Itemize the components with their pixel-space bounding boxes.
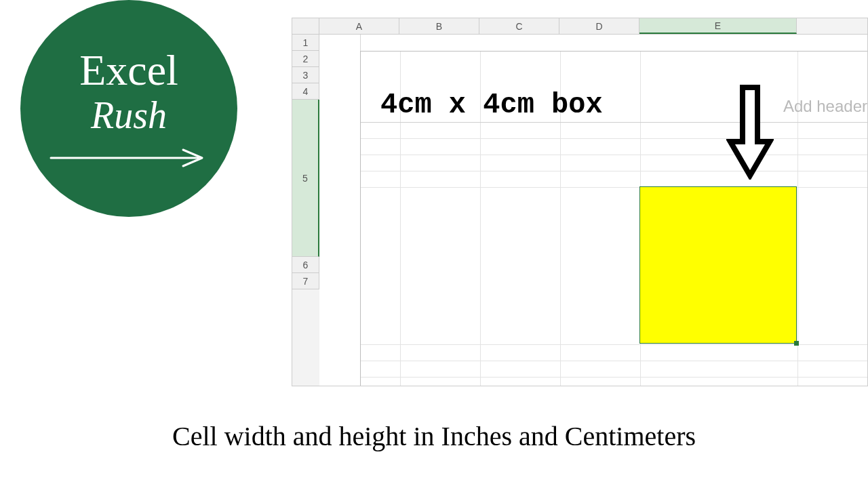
add-header-placeholder[interactable]: Add header: [783, 97, 867, 116]
row-header-3[interactable]: 3: [292, 67, 319, 83]
arrow-down-icon: [726, 85, 774, 180]
arrow-right-icon: [47, 148, 210, 168]
row-header-2[interactable]: 2: [292, 51, 319, 67]
row-headers: 1234567: [292, 35, 319, 289]
column-header-E[interactable]: E: [639, 18, 797, 34]
row-header-4[interactable]: 4: [292, 83, 319, 100]
select-all-corner[interactable]: [292, 18, 319, 35]
caption-text: Cell width and height in Inches and Cent…: [0, 420, 868, 452]
row-header-7[interactable]: 7: [292, 273, 319, 289]
row-header-1[interactable]: 1: [292, 35, 319, 51]
fill-handle[interactable]: [794, 341, 799, 346]
column-header-B[interactable]: B: [399, 18, 479, 34]
column-header-C[interactable]: C: [479, 18, 559, 34]
logo-line2: Rush: [91, 96, 167, 134]
row-header-6[interactable]: 6: [292, 257, 319, 273]
excel-screenshot: ABCDE 1234567 Add header 4cm x 4cm box: [292, 18, 868, 386]
row-header-5[interactable]: 5: [292, 100, 319, 257]
column-header-D[interactable]: D: [559, 18, 639, 34]
column-header-A[interactable]: A: [319, 18, 399, 34]
highlighted-cell[interactable]: [639, 186, 797, 344]
column-headers: ABCDE: [319, 18, 867, 35]
worksheet-area[interactable]: Add header 4cm x 4cm box: [319, 35, 867, 386]
logo-line1: Excel: [79, 49, 178, 92]
excel-rush-logo: Excel Rush: [20, 0, 237, 217]
overlay-title: 4cm x 4cm box: [380, 89, 603, 121]
